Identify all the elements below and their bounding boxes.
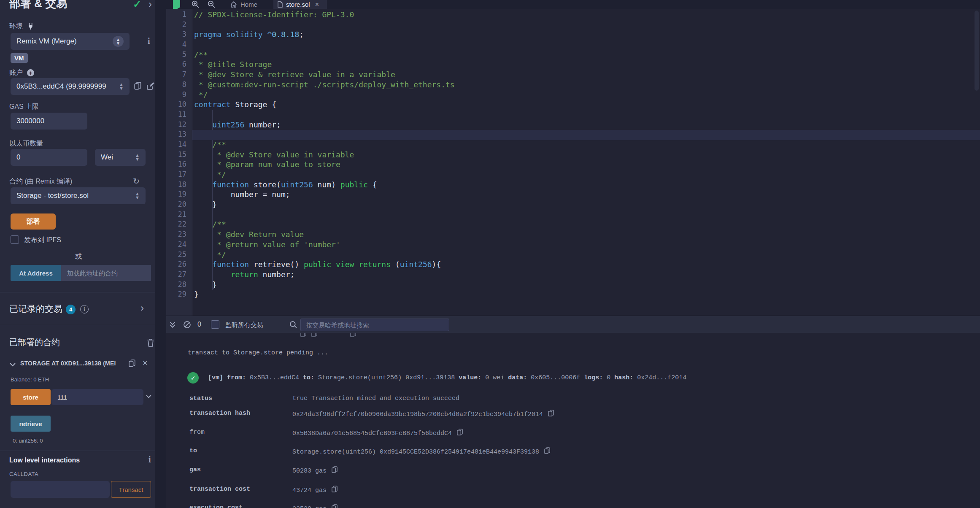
line-number[interactable]: 12: [166, 120, 186, 130]
line-number[interactable]: 14: [166, 140, 186, 150]
copy-value-icon[interactable]: [332, 504, 338, 508]
clear-console-icon[interactable]: [183, 321, 191, 329]
vm-summary-text[interactable]: [vm] from: 0x5B3...eddC4 to: Storage.sto…: [208, 374, 686, 381]
transact-button[interactable]: Transact: [111, 481, 151, 498]
code-line[interactable]: function store(uint256 num) public {: [194, 180, 980, 190]
code-line[interactable]: }: [194, 290, 980, 300]
tab-home[interactable]: Home: [226, 0, 262, 9]
line-number[interactable]: 24: [166, 240, 186, 250]
code-line[interactable]: pragma solidity ^0.8.18;: [194, 30, 980, 40]
line-number[interactable]: 28: [166, 280, 186, 290]
store-expand-chevron-icon[interactable]: [146, 395, 151, 398]
at-address-input[interactable]: [61, 265, 151, 281]
code-line[interactable]: */: [194, 250, 980, 260]
line-number[interactable]: 13: [166, 130, 186, 140]
copy-value-icon[interactable]: [332, 466, 338, 473]
terminal-collapse-icon[interactable]: [169, 321, 176, 329]
zoom-in-icon[interactable]: [192, 0, 200, 8]
line-number[interactable]: 9: [166, 90, 186, 100]
code-line[interactable]: return number;: [194, 270, 980, 280]
line-number[interactable]: 11: [166, 110, 186, 120]
line-number[interactable]: 5: [166, 50, 186, 60]
editor-scrollbar[interactable]: [975, 11, 979, 91]
copy-contract-address-icon[interactable]: [129, 359, 136, 367]
line-number[interactable]: 7: [166, 70, 186, 80]
line-number[interactable]: 4: [166, 40, 186, 50]
line-number[interactable]: 15: [166, 150, 186, 160]
close-tab-icon[interactable]: ×: [315, 1, 319, 8]
run-script-play-icon[interactable]: [173, 0, 180, 8]
deployed-contract-title[interactable]: STORAGE AT 0XD91...39138 (MEI: [20, 360, 116, 367]
contract-expand-chevron-icon[interactable]: [10, 363, 16, 367]
recorded-expand-icon[interactable]: ›: [140, 302, 144, 314]
code-line[interactable]: * @dev Store value in variable: [194, 150, 980, 160]
line-number[interactable]: 20: [166, 200, 186, 210]
code-editor[interactable]: 1234567891011121314151617181920212223242…: [166, 9, 980, 316]
clipped-copy-icon[interactable]: [300, 333, 307, 338]
environment-stepper-icon[interactable]: ▲▼: [113, 36, 124, 47]
line-number[interactable]: 19: [166, 190, 186, 200]
deploy-button[interactable]: 部署: [11, 213, 56, 230]
code-line[interactable]: */: [194, 90, 980, 100]
code-line[interactable]: * @dev Return value: [194, 230, 980, 240]
code-line[interactable]: uint256 number;: [194, 120, 980, 130]
line-number[interactable]: 8: [166, 80, 186, 90]
code-line[interactable]: }: [194, 280, 980, 290]
contract-select[interactable]: Storage - test/store.sol ▲▼: [11, 187, 146, 204]
code-line[interactable]: * @title Storage: [194, 60, 980, 70]
code-line[interactable]: * @dev Store & retrieve value in a varia…: [194, 70, 980, 80]
code-line[interactable]: */: [194, 170, 980, 180]
terminal-search-input[interactable]: [300, 319, 449, 331]
copy-value-icon[interactable]: [332, 486, 338, 493]
line-number[interactable]: 27: [166, 270, 186, 280]
clipped-copy-icon[interactable]: [311, 333, 318, 338]
add-account-icon[interactable]: +: [27, 69, 34, 76]
code-line[interactable]: [194, 110, 980, 120]
value-unit-select[interactable]: Wei ▲▼: [95, 149, 146, 166]
remove-contract-icon[interactable]: ×: [143, 358, 148, 368]
recorded-info-icon[interactable]: i: [80, 305, 89, 313]
line-number[interactable]: 29: [166, 290, 186, 300]
code-line[interactable]: // SPDX-License-Identifier: GPL-3.0: [194, 10, 980, 20]
copy-value-icon[interactable]: [457, 429, 463, 436]
code-line[interactable]: /**: [194, 220, 980, 230]
line-number[interactable]: 23: [166, 230, 186, 240]
code-line[interactable]: number = num;: [194, 190, 980, 200]
clipped-copy-icon[interactable]: [350, 333, 356, 338]
code-line[interactable]: [194, 40, 980, 50]
store-argument-input[interactable]: [51, 389, 143, 405]
contract-stepper-icon[interactable]: ▲▼: [135, 192, 140, 200]
code-line[interactable]: function retrieve() public view returns …: [194, 260, 980, 270]
line-number[interactable]: 3: [166, 30, 186, 40]
line-number[interactable]: 17: [166, 170, 186, 180]
line-number[interactable]: 22: [166, 220, 186, 230]
unit-stepper-icon[interactable]: ▲▼: [135, 154, 140, 161]
refresh-icon[interactable]: ↻: [133, 176, 140, 186]
value-input[interactable]: [11, 149, 87, 166]
code-line[interactable]: }: [194, 200, 980, 210]
line-number[interactable]: 16: [166, 160, 186, 170]
copy-value-icon[interactable]: [548, 410, 554, 417]
environment-info-icon[interactable]: i: [148, 36, 150, 46]
account-select[interactable]: 0x5B3...eddC4 (99.9999999 ▲▼: [11, 78, 130, 95]
line-number[interactable]: 10: [166, 100, 186, 110]
code-line[interactable]: * @param num value to store: [194, 160, 980, 170]
code-line[interactable]: [192, 130, 980, 140]
calldata-input[interactable]: [11, 481, 110, 498]
line-number[interactable]: 25: [166, 250, 186, 260]
zoom-out-icon[interactable]: [208, 0, 216, 8]
trash-icon[interactable]: [147, 338, 154, 347]
panel-collapse-icon[interactable]: ›: [148, 0, 152, 10]
low-level-info-icon[interactable]: i: [148, 455, 151, 465]
code-line[interactable]: * @return value of 'number': [194, 240, 980, 250]
edit-account-icon[interactable]: [147, 82, 155, 90]
code-line[interactable]: [194, 210, 980, 220]
code-line[interactable]: [194, 20, 980, 30]
line-number[interactable]: 1: [166, 10, 186, 20]
code-line[interactable]: /**: [194, 140, 980, 150]
environment-select[interactable]: Remix VM (Merge) ▲▼: [11, 33, 130, 50]
retrieve-function-button[interactable]: retrieve: [11, 416, 51, 432]
ipfs-checkbox[interactable]: [11, 235, 19, 244]
gas-limit-input[interactable]: [11, 113, 87, 130]
listen-all-checkbox[interactable]: [211, 320, 219, 329]
